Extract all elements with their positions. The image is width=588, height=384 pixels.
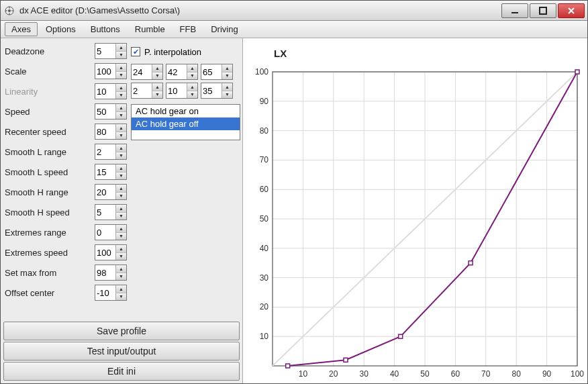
test-io-button[interactable]: Test input/output <box>3 342 240 361</box>
param-extremes-range-spinner-down[interactable]: ▼ <box>116 233 126 240</box>
param-label: Smooth H speed <box>5 207 95 218</box>
interp-r1-c2-spinner-up[interactable]: ▲ <box>222 64 232 73</box>
interp-r1-c1-spinner-input[interactable] <box>166 64 187 79</box>
param-offset-center-spinner-input[interactable] <box>95 285 115 300</box>
param-set-max-from-spinner-up[interactable]: ▲ <box>116 265 126 273</box>
param-extremes-range-spinner[interactable]: ▲▼ <box>95 224 127 240</box>
param-smooth-h-range-spinner-down[interactable]: ▼ <box>116 193 126 200</box>
param-extremes-speed-spinner[interactable]: ▲▼ <box>95 244 127 260</box>
param-scale-spinner-down[interactable]: ▼ <box>116 72 126 79</box>
svg-rect-47 <box>344 358 348 362</box>
param-recenter-speed-spinner-up[interactable]: ▲ <box>116 124 126 132</box>
titlebar: dx ACE editor (D:\Games\Assetto Corsa\) <box>1 1 587 21</box>
param-smooth-h-speed-spinner-up[interactable]: ▲ <box>116 205 126 213</box>
interp-r2-c0-spinner-input[interactable] <box>132 83 152 98</box>
param-speed-spinner[interactable]: ▲▼ <box>95 103 127 119</box>
interp-r2-c2-spinner-input[interactable] <box>201 83 222 98</box>
interp-r2-c1-spinner[interactable]: ▲▼ <box>166 83 198 99</box>
interp-r2-c2-spinner[interactable]: ▲▼ <box>201 83 233 99</box>
param-linearity-spinner-down[interactable]: ▼ <box>116 92 126 99</box>
interp-r2-c0-spinner-up[interactable]: ▲ <box>152 83 162 91</box>
param-linearity-spinner-input[interactable] <box>95 84 115 99</box>
param-smooth-h-range-spinner[interactable]: ▲▼ <box>95 184 127 200</box>
interp-r2-c1-spinner-up[interactable]: ▲ <box>187 83 197 91</box>
param-speed-spinner-up[interactable]: ▲ <box>116 104 126 112</box>
param-linearity-spinner[interactable]: ▲▼ <box>95 83 127 99</box>
maximize-button[interactable] <box>530 3 556 18</box>
interp-r1-c2-spinner-input[interactable] <box>201 64 222 79</box>
param-scale-spinner[interactable]: ▲▼ <box>95 63 127 79</box>
param-offset-center-spinner[interactable]: ▲▼ <box>95 285 127 301</box>
close-button[interactable] <box>558 3 585 18</box>
save-profile-button[interactable]: Save profile <box>3 322 240 340</box>
interp-r1-c1-spinner[interactable]: ▲▼ <box>166 64 198 80</box>
interp-r1-c0-spinner-up[interactable]: ▲ <box>152 64 162 73</box>
minimize-button[interactable] <box>501 3 528 18</box>
param-extremes-speed-spinner-up[interactable]: ▲ <box>116 245 126 253</box>
menu-buttons[interactable]: Buttons <box>84 22 127 36</box>
interp-r1-c0-spinner-input[interactable] <box>132 64 152 79</box>
interp-r1-c2-spinner[interactable]: ▲▼ <box>201 64 233 80</box>
param-label: Extremes speed <box>5 248 95 258</box>
check-icon: ✔ <box>133 48 139 56</box>
gear-list-item[interactable]: AC hold gear off <box>132 117 240 130</box>
param-scale-spinner-up[interactable]: ▲ <box>116 64 126 72</box>
param-smooth-l-speed-spinner[interactable]: ▲▼ <box>95 164 127 180</box>
param-smooth-l-range-spinner[interactable]: ▲▼ <box>95 144 127 160</box>
gear-list[interactable]: AC hold gear onAC hold gear off <box>131 104 240 140</box>
param-deadzone-spinner-input[interactable] <box>95 44 115 58</box>
param-smooth-h-speed-spinner[interactable]: ▲▼ <box>95 204 127 220</box>
interp-r1-c0-spinner[interactable]: ▲▼ <box>131 64 163 80</box>
param-speed-spinner-input[interactable] <box>95 104 115 119</box>
param-linearity-spinner-up[interactable]: ▲ <box>116 84 126 92</box>
menu-driving[interactable]: Driving <box>204 22 244 36</box>
param-extremes-speed-spinner-input[interactable] <box>95 245 115 260</box>
menu-rumble[interactable]: Rumble <box>128 22 172 36</box>
app-icon <box>3 5 15 17</box>
param-smooth-l-range-spinner-down[interactable]: ▼ <box>116 152 126 160</box>
param-speed-spinner-down[interactable]: ▼ <box>116 112 126 119</box>
interp-r2-c1-spinner-input[interactable] <box>166 83 187 98</box>
param-label: Smooth L speed <box>5 167 95 177</box>
gear-list-item[interactable]: AC hold gear on <box>132 105 240 117</box>
param-smooth-h-range-spinner-up[interactable]: ▲ <box>116 185 126 193</box>
interp-r2-c2-spinner-down[interactable]: ▼ <box>222 91 232 99</box>
interp-r1-c1-spinner-down[interactable]: ▼ <box>187 73 197 80</box>
menu-ffb[interactable]: FFB <box>173 22 203 36</box>
param-smooth-l-speed-spinner-down[interactable]: ▼ <box>116 173 126 180</box>
param-set-max-from-spinner-input[interactable] <box>95 265 115 280</box>
param-offset-center-spinner-up[interactable]: ▲ <box>116 285 126 293</box>
interp-r2-c1-spinner-down[interactable]: ▼ <box>187 91 197 99</box>
param-deadzone-spinner-down[interactable]: ▼ <box>116 52 126 59</box>
param-smooth-l-speed-spinner-up[interactable]: ▲ <box>116 164 126 173</box>
param-smooth-h-speed-spinner-down[interactable]: ▼ <box>116 213 126 220</box>
param-set-max-from-spinner[interactable]: ▲▼ <box>95 265 127 281</box>
param-smooth-h-speed-spinner-input[interactable] <box>95 205 115 220</box>
param-set-max-from-spinner-down[interactable]: ▼ <box>116 273 126 281</box>
param-row-smooth-h-speed: Smooth H speed▲▼ <box>5 202 127 222</box>
param-extremes-range-spinner-up[interactable]: ▲ <box>116 225 126 233</box>
edit-ini-button[interactable]: Edit ini <box>3 362 240 381</box>
p-interpolation-checkbox[interactable]: ✔ <box>131 47 140 56</box>
interp-r2-c0-spinner[interactable]: ▲▼ <box>131 83 163 99</box>
param-recenter-speed-spinner[interactable]: ▲▼ <box>95 124 127 140</box>
param-deadzone-spinner[interactable]: ▲▼ <box>95 43 127 59</box>
param-extremes-speed-spinner-down[interactable]: ▼ <box>116 253 126 260</box>
interp-r1-c2-spinner-down[interactable]: ▼ <box>222 73 232 80</box>
param-recenter-speed-spinner-input[interactable] <box>95 124 115 139</box>
param-scale-spinner-input[interactable] <box>95 64 115 79</box>
menu-options[interactable]: Options <box>39 22 83 36</box>
param-smooth-l-range-spinner-input[interactable] <box>95 144 115 159</box>
param-extremes-range-spinner-input[interactable] <box>95 225 115 240</box>
param-smooth-l-speed-spinner-input[interactable] <box>95 164 115 179</box>
interp-r2-c0-spinner-down[interactable]: ▼ <box>152 91 162 99</box>
param-deadzone-spinner-up[interactable]: ▲ <box>116 44 126 52</box>
param-smooth-h-range-spinner-input[interactable] <box>95 185 115 199</box>
interp-r1-c1-spinner-up[interactable]: ▲ <box>187 64 197 73</box>
param-smooth-l-range-spinner-up[interactable]: ▲ <box>116 144 126 152</box>
interp-r2-c2-spinner-up[interactable]: ▲ <box>222 83 232 91</box>
param-offset-center-spinner-down[interactable]: ▼ <box>116 293 126 301</box>
interp-r1-c0-spinner-down[interactable]: ▼ <box>152 73 162 80</box>
param-recenter-speed-spinner-down[interactable]: ▼ <box>116 132 126 140</box>
menu-axes[interactable]: Axes <box>5 22 38 36</box>
